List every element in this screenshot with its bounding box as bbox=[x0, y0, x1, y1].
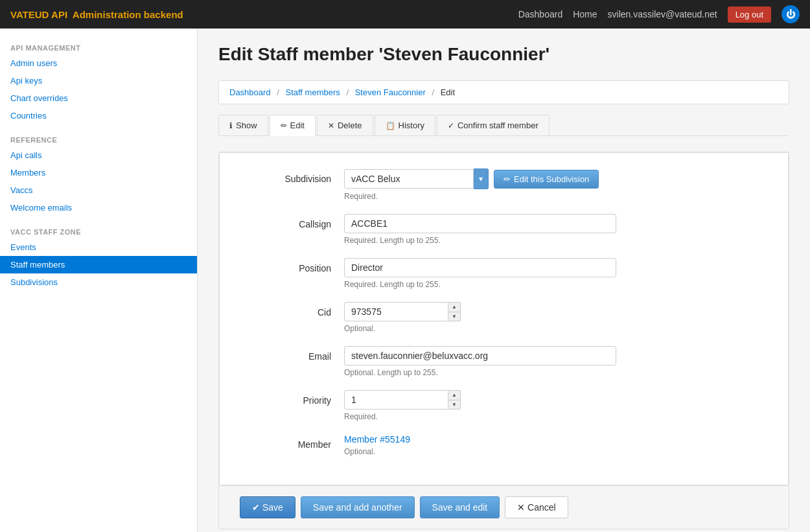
sidebar-section-api-management: API MANAGEMENT bbox=[0, 39, 197, 54]
callsign-row: Callsign Required. Length up to 255. bbox=[240, 214, 767, 245]
breadcrumb-dashboard[interactable]: Dashboard bbox=[229, 87, 271, 97]
sidebar-item-chart-overrides[interactable]: Chart overrides bbox=[0, 89, 197, 107]
member-field: Member #55149 Optional. bbox=[344, 434, 767, 456]
tab-history-label: History bbox=[399, 121, 424, 130]
save-button[interactable]: ✔ Save bbox=[240, 496, 295, 518]
cid-input[interactable] bbox=[344, 302, 461, 321]
subdivision-select[interactable]: vACC Belux bbox=[344, 169, 474, 189]
navbar-dashboard-link[interactable]: Dashboard bbox=[518, 9, 563, 19]
sidebar-item-vaccs[interactable]: Vaccs bbox=[0, 181, 197, 199]
tab-show[interactable]: ℹ Show bbox=[218, 115, 268, 135]
power-icon: ⏻ bbox=[781, 5, 800, 23]
position-input[interactable] bbox=[344, 258, 616, 277]
tab-delete[interactable]: ✕ Delete bbox=[317, 115, 373, 135]
subdivision-label: Subdivision bbox=[240, 168, 344, 184]
sidebar-item-subdivisions[interactable]: Subdivisions bbox=[0, 273, 197, 291]
position-hint: Required. Length up to 255. bbox=[344, 280, 767, 289]
breadcrumb-current: Edit bbox=[441, 87, 455, 97]
page-title: Edit Staff member 'Steven Fauconnier' bbox=[218, 44, 789, 65]
navbar-user-email: svilen.vassilev@vateud.net bbox=[608, 9, 717, 19]
sidebar: API MANAGEMENT Admin users Api keys Char… bbox=[0, 29, 198, 532]
position-field: Required. Length up to 255. bbox=[344, 258, 767, 289]
priority-spinner: ▲ ▼ bbox=[344, 390, 461, 410]
subdivision-row: Subdivision vACC Belux ▾ ✏ Edit bbox=[240, 168, 767, 201]
pencil-icon: ✏ bbox=[503, 174, 511, 184]
navbar: VATEUD API Administration backend Dashbo… bbox=[0, 0, 810, 29]
cid-field: ▲ ▼ Optional. bbox=[344, 302, 767, 333]
save-and-add-button[interactable]: Save and add another bbox=[301, 496, 415, 518]
sidebar-section-vacc-staff-zone: VACC STAFF ZONE bbox=[0, 223, 197, 238]
navbar-home-link[interactable]: Home bbox=[573, 9, 597, 19]
priority-label: Priority bbox=[240, 390, 344, 406]
sidebar-item-admin-users[interactable]: Admin users bbox=[0, 54, 197, 72]
cid-spinner-buttons: ▲ ▼ bbox=[448, 302, 461, 321]
save-and-edit-button[interactable]: Save and edit bbox=[420, 496, 500, 518]
tab-edit-label: Edit bbox=[290, 121, 305, 130]
member-link[interactable]: Member #55149 bbox=[344, 434, 410, 445]
email-field: Optional. Length up to 255. bbox=[344, 346, 767, 377]
navbar-links: Dashboard Home svilen.vassilev@vateud.ne… bbox=[518, 5, 800, 23]
member-label: Member bbox=[240, 434, 344, 450]
cid-spinner: ▲ ▼ bbox=[344, 302, 461, 321]
sidebar-section-reference: REFERENCE bbox=[0, 131, 197, 146]
tab-bar: ℹ Show ✏ Edit ✕ Delete 📋 History ✓ Confi… bbox=[218, 115, 789, 136]
form-container: Subdivision vACC Belux ▾ ✏ Edit bbox=[219, 152, 789, 485]
logout-button[interactable]: Log out bbox=[728, 6, 771, 23]
edit-subdivision-button[interactable]: ✏ Edit this Subdivision bbox=[494, 170, 599, 189]
sidebar-item-staff-members[interactable]: Staff members bbox=[0, 256, 197, 273]
subdivision-hint: Required. bbox=[344, 192, 767, 201]
priority-decrement-button[interactable]: ▼ bbox=[448, 400, 461, 410]
email-input[interactable] bbox=[344, 346, 616, 365]
tab-show-label: Show bbox=[236, 121, 257, 130]
sidebar-item-events[interactable]: Events bbox=[0, 238, 197, 256]
callsign-input[interactable] bbox=[344, 214, 616, 233]
navbar-brand-text: VATEUD API bbox=[10, 9, 67, 20]
breadcrumb-sep-2: / bbox=[346, 87, 349, 97]
subdivision-select-wrapper: vACC Belux ▾ bbox=[344, 168, 489, 189]
cid-increment-button[interactable]: ▲ bbox=[448, 302, 461, 312]
member-row: Member Member #55149 Optional. bbox=[240, 434, 767, 456]
cid-decrement-button[interactable]: ▼ bbox=[448, 312, 461, 322]
subdivision-controls: vACC Belux ▾ ✏ Edit this Subdivision bbox=[344, 168, 767, 189]
callsign-field: Required. Length up to 255. bbox=[344, 214, 767, 245]
breadcrumb-sep-3: / bbox=[432, 87, 434, 97]
breadcrumb-staff-members[interactable]: Staff members bbox=[285, 87, 340, 97]
email-label: Email bbox=[240, 346, 344, 362]
position-row: Position Required. Length up to 255. bbox=[240, 258, 767, 289]
delete-icon: ✕ bbox=[328, 121, 334, 130]
layout: API MANAGEMENT Admin users Api keys Char… bbox=[0, 29, 810, 532]
info-icon: ℹ bbox=[229, 121, 233, 130]
tab-confirm[interactable]: ✓ Confirm staff member bbox=[437, 115, 550, 135]
email-row: Email Optional. Length up to 255. bbox=[240, 346, 767, 377]
email-hint: Optional. Length up to 255. bbox=[344, 368, 767, 377]
cid-row: Cid ▲ ▼ Optional. bbox=[240, 302, 767, 333]
tab-edit[interactable]: ✏ Edit bbox=[270, 115, 316, 136]
cid-hint: Optional. bbox=[344, 324, 767, 333]
edit-icon: ✏ bbox=[281, 121, 287, 130]
tab-history[interactable]: 📋 History bbox=[375, 115, 435, 135]
breadcrumb-steven[interactable]: Steven Fauconnier bbox=[355, 87, 426, 97]
navbar-brand: VATEUD API Administration backend bbox=[10, 9, 183, 20]
priority-field: ▲ ▼ Required. bbox=[344, 390, 767, 421]
priority-increment-button[interactable]: ▲ bbox=[448, 390, 461, 400]
position-label: Position bbox=[240, 258, 344, 273]
sidebar-item-countries[interactable]: Countries bbox=[0, 107, 197, 124]
confirm-icon: ✓ bbox=[448, 121, 454, 130]
priority-hint: Required. bbox=[344, 412, 767, 421]
priority-input[interactable] bbox=[344, 390, 461, 410]
tab-delete-label: Delete bbox=[338, 121, 362, 130]
sidebar-item-members[interactable]: Members bbox=[0, 164, 197, 181]
callsign-label: Callsign bbox=[240, 214, 344, 229]
sidebar-item-welcome-emails[interactable]: Welcome emails bbox=[0, 199, 197, 216]
dropdown-arrow-icon[interactable]: ▾ bbox=[474, 168, 489, 189]
subdivision-field: vACC Belux ▾ ✏ Edit this Subdivision Req… bbox=[344, 168, 767, 201]
sidebar-item-api-keys[interactable]: Api keys bbox=[0, 72, 197, 89]
cancel-button[interactable]: ✕ Cancel bbox=[505, 496, 568, 518]
breadcrumb-sep-1: / bbox=[277, 87, 279, 97]
main-content: Edit Staff member 'Steven Fauconnier' Da… bbox=[198, 29, 810, 532]
action-bar: ✔ Save Save and add another Save and edi… bbox=[219, 485, 789, 529]
priority-row: Priority ▲ ▼ Required. bbox=[240, 390, 767, 421]
cid-label: Cid bbox=[240, 302, 344, 318]
edit-subdivision-label: Edit this Subdivision bbox=[514, 174, 589, 184]
sidebar-item-api-calls[interactable]: Api calls bbox=[0, 146, 197, 164]
